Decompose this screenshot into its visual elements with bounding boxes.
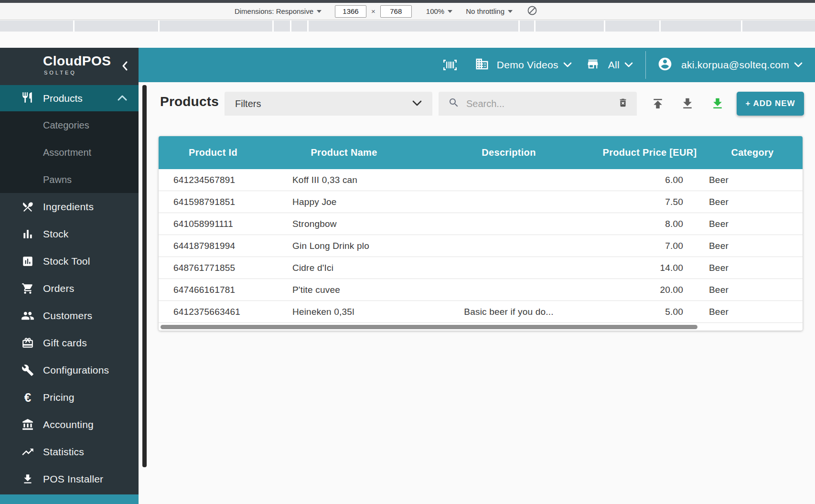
page-title: Products	[160, 94, 219, 109]
cell-product-name: Happy Joe	[268, 197, 420, 207]
sidebar-item-orders[interactable]: Orders	[0, 275, 139, 302]
cell-category: Beer	[702, 197, 803, 207]
column-header-category: Category	[702, 147, 803, 158]
devtools-ruler-strip	[0, 21, 815, 32]
devtools-throttling-dropdown[interactable]: No throttling	[466, 7, 513, 15]
table-row[interactable]: 641598791851 Happy Joe 7.50 Beer	[159, 191, 803, 213]
import-upload-button[interactable]	[649, 95, 667, 113]
cell-product-price: 20.00	[597, 285, 702, 295]
sidebar-subitem-categories[interactable]: Categories	[0, 112, 139, 139]
user-account-menu[interactable]: aki.korpua@solteq.com	[657, 56, 803, 74]
column-header-product-name: Product Name	[268, 147, 420, 158]
sidebar-item-configurations[interactable]: Configurations	[0, 356, 139, 384]
sidebar-item-accounting[interactable]: Accounting	[0, 411, 139, 438]
restaurant-icon	[21, 91, 33, 106]
viewport-width-input[interactable]	[335, 5, 366, 18]
account-circle-icon	[657, 56, 673, 74]
dropdown-caret-icon	[508, 10, 513, 13]
devtools-throttling-value: No throttling	[466, 7, 504, 15]
export-download-button[interactable]	[678, 95, 697, 113]
cell-product-name: Strongbow	[268, 219, 420, 229]
sidebar-collapse-button[interactable]	[119, 59, 130, 73]
store-icon	[586, 57, 600, 73]
table-horizontal-scrollbar[interactable]	[161, 325, 697, 329]
sidebar-subitem-assortment[interactable]: Assortment	[0, 139, 139, 166]
download-icon	[21, 473, 34, 485]
ruler-separator	[272, 21, 274, 32]
barcode-scanner-icon[interactable]	[442, 58, 458, 72]
table-row[interactable]: 644187981994 Gin Long Drink plo 7.00 Bee…	[159, 235, 803, 257]
people-icon	[21, 309, 34, 322]
cell-product-price: 8.00	[597, 219, 702, 229]
viewport-height-input[interactable]	[380, 5, 412, 18]
cell-category: Beer	[702, 263, 803, 273]
sidebar-item-label: Statistics	[43, 446, 84, 458]
page-vertical-scrollbar[interactable]	[142, 85, 147, 467]
trending-up-icon	[21, 445, 34, 459]
sidebar: CloudPOS SOLTEQ Products Categories Asso…	[0, 48, 139, 504]
cell-product-id: 647466161781	[159, 285, 268, 295]
cell-product-name: Gin Long Drink plo	[268, 241, 420, 251]
ruler-separator	[158, 21, 160, 32]
download-template-button[interactable]	[708, 95, 727, 113]
app-header: Demo Videos All aki.korpua@solteq.com	[139, 48, 815, 82]
column-header-product-id: Product Id	[159, 147, 268, 158]
clear-search-icon[interactable]	[618, 97, 628, 110]
cell-product-price: 5.00	[597, 307, 702, 317]
cell-product-price: 14.00	[597, 263, 702, 273]
devtools-zoom-value: 100%	[426, 7, 444, 15]
column-header-product-price: Product Price [EUR]	[597, 147, 702, 158]
company-selector[interactable]: Demo Videos	[475, 57, 572, 73]
cell-category: Beer	[702, 285, 803, 295]
table-header-row: Product Id Product Name Description Prod…	[159, 136, 803, 169]
table-row[interactable]: 641058991111 Strongbow 8.00 Beer	[159, 213, 803, 235]
ruler-separator	[604, 21, 605, 32]
cell-product-id: 641058991111	[159, 219, 268, 229]
gift-card-icon	[21, 337, 34, 349]
sidebar-item-pricing[interactable]: € Pricing	[0, 384, 139, 411]
sidebar-item-stock[interactable]: Stock	[0, 220, 139, 247]
table-row[interactable]: 641234567891 Koff III 0,33 can 6.00 Beer	[159, 169, 803, 191]
cell-category: Beer	[702, 307, 803, 317]
sidebar-item-customers[interactable]: Customers	[0, 302, 139, 329]
devtools-device-toolbar: Dimensions: Responsive × 100% No throttl…	[0, 3, 815, 20]
sidebar-item-products[interactable]: Products	[0, 85, 139, 111]
sidebar-item-statistics[interactable]: Statistics	[0, 438, 139, 465]
devtools-zoom-dropdown[interactable]: 100%	[426, 7, 452, 15]
ruler-separator	[534, 21, 536, 32]
search-box	[439, 92, 637, 116]
bar-chart-icon	[21, 228, 34, 240]
sidebar-item-gift-cards[interactable]: Gift cards	[0, 329, 139, 356]
subitem-label: Assortment	[43, 147, 91, 158]
table-row[interactable]: 647466161781 P'tite cuvee 20.00 Beer	[159, 279, 803, 301]
chevron-down-icon	[563, 61, 572, 69]
sidebar-item-stock-tool[interactable]: Stock Tool	[0, 247, 139, 275]
search-input[interactable]	[466, 98, 618, 109]
chevron-up-icon	[118, 94, 127, 103]
cell-product-id: 644187981994	[159, 241, 268, 251]
sidebar-item-pos-installer[interactable]: POS Installer	[0, 465, 139, 493]
products-table-card: Product Id Product Name Description Prod…	[159, 136, 803, 331]
add-new-button[interactable]: + ADD NEW	[737, 92, 804, 116]
devtools-dimensions-dropdown[interactable]: Dimensions: Responsive	[235, 7, 322, 15]
cell-product-id: 6412375663461	[159, 307, 268, 317]
cell-product-id: 641598791851	[159, 197, 268, 207]
rotate-viewport-icon[interactable]	[527, 5, 537, 17]
cell-category: Beer	[702, 241, 803, 251]
ruler-separator	[307, 21, 309, 32]
sidebar-subitem-pawns[interactable]: Pawns	[0, 166, 139, 193]
ruler-separator	[290, 21, 291, 32]
store-selector[interactable]: All	[586, 57, 633, 73]
chart-box-icon	[21, 255, 34, 268]
search-icon	[448, 97, 460, 110]
sidebar-item-label: Accounting	[43, 419, 94, 430]
filters-dropdown[interactable]: Filters	[225, 92, 432, 116]
sidebar-item-ingredients[interactable]: Ingredients	[0, 193, 139, 220]
cart-icon	[21, 282, 34, 295]
table-row[interactable]: 6412375663461 Heineken 0,35l Basic beer …	[159, 301, 803, 323]
table-row[interactable]: 648761771855 Cidre d'Ici 14.00 Beer	[159, 257, 803, 279]
cell-product-name: P'tite cuvee	[268, 285, 420, 295]
header-divider	[645, 51, 646, 79]
sidebar-item-label: Ingredients	[43, 201, 94, 213]
cell-product-name: Koff III 0,33 can	[268, 175, 420, 185]
